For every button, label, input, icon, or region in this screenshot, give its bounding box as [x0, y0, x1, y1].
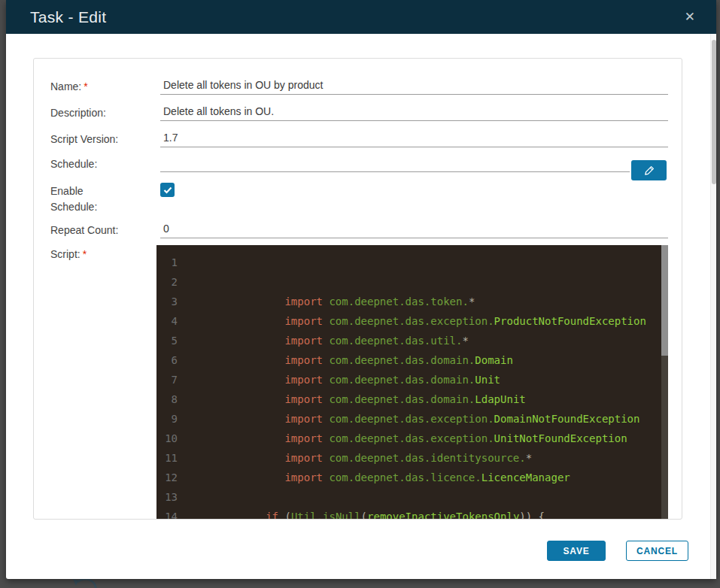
schedule-input[interactable] [160, 155, 630, 172]
name-input[interactable] [160, 77, 668, 95]
name-label: Name:* [50, 77, 160, 95]
line-number: 5 [156, 331, 190, 350]
script-editor[interactable]: 123 import com.deepnet.das.token.*4 impo… [156, 245, 668, 519]
task-edit-dialog: Task - Edit ✕ Name:* Description: Script… [6, 0, 716, 579]
line-number: 13 [156, 487, 190, 507]
line-number: 12 [156, 468, 190, 487]
code-line: 8 import com.deepnet.das.domain.LdapUnit [156, 389, 668, 409]
enable-schedule-checkbox[interactable] [160, 183, 175, 197]
checkmark-icon [163, 186, 172, 194]
line-number: 10 [156, 429, 190, 448]
description-label: Description: [50, 104, 160, 121]
line-number: 7 [156, 370, 190, 389]
required-asterisk: * [84, 80, 87, 92]
enable-schedule-row: Enable Schedule: [50, 182, 668, 215]
code-line: 4 import com.deepnet.das.exception.Produ… [156, 311, 668, 331]
edit-schedule-button[interactable] [631, 160, 667, 180]
cancel-button[interactable]: CANCEL [626, 541, 688, 561]
schedule-row: Schedule: [50, 155, 630, 172]
line-number: 3 [156, 292, 190, 311]
editor-scrollbar[interactable] [661, 245, 668, 519]
code-line: 11 import com.deepnet.das.identitysource… [156, 448, 668, 468]
dialog-scrollbar[interactable] [710, 34, 716, 579]
schedule-label: Schedule: [50, 155, 160, 172]
task-form: Name:* Description: Script Version: Sche… [33, 58, 682, 520]
code-line: 12 import com.deepnet.das.licence.Licenc… [156, 468, 668, 487]
code-line: 14 if (Util.isNull(removeInactiveTokensO… [156, 507, 668, 519]
screen: { "window": { "title": "Task - Edit", "c… [0, 0, 720, 588]
dialog-header: Task - Edit ✕ [6, 0, 716, 34]
code-line: 1 [156, 253, 668, 272]
close-icon[interactable]: ✕ [680, 8, 700, 26]
script-version-row: Script Version: [50, 130, 668, 147]
line-number: 2 [156, 272, 190, 292]
repeat-count-input[interactable] [160, 221, 668, 238]
code-line: 6 import com.deepnet.das.domain.Domain [156, 350, 668, 370]
editor-scrollbar-thumb[interactable] [661, 245, 668, 356]
code-line: 10 import com.deepnet.das.exception.Unit… [156, 429, 668, 448]
line-number: 9 [156, 409, 190, 429]
code-line: 5 import com.deepnet.das.util.* [156, 331, 668, 350]
script-version-input[interactable] [160, 130, 668, 147]
line-number: 1 [156, 253, 190, 272]
enable-schedule-label: Enable Schedule: [50, 182, 160, 215]
script-version-label: Script Version: [50, 130, 160, 147]
line-number: 14 [156, 507, 190, 519]
repeat-count-label: Repeat Count: [50, 221, 160, 238]
repeat-count-row: Repeat Count: [50, 221, 668, 238]
code-line: 3 import com.deepnet.das.token.* [156, 292, 668, 311]
dialog-scrollbar-thumb[interactable] [712, 40, 716, 184]
code-line: 7 import com.deepnet.das.domain.Unit [156, 370, 668, 389]
script-editor-lines: 123 import com.deepnet.das.token.*4 impo… [156, 253, 668, 519]
line-number: 8 [156, 389, 190, 409]
dialog-title: Task - Edit [30, 8, 106, 26]
pencil-icon [643, 165, 655, 177]
description-input[interactable] [160, 104, 668, 121]
code-line: 9 import com.deepnet.das.exception.Domai… [156, 409, 668, 429]
save-button[interactable]: SAVE [547, 541, 606, 561]
line-number: 6 [156, 350, 190, 370]
line-number: 11 [156, 448, 190, 468]
code-line: 2 [156, 272, 668, 292]
line-number: 4 [156, 311, 190, 331]
required-asterisk: * [83, 248, 87, 260]
description-row: Description: [50, 104, 668, 121]
script-label: Script:* [50, 248, 87, 260]
name-row: Name:* [50, 77, 668, 95]
code-line: 13 [156, 487, 668, 507]
